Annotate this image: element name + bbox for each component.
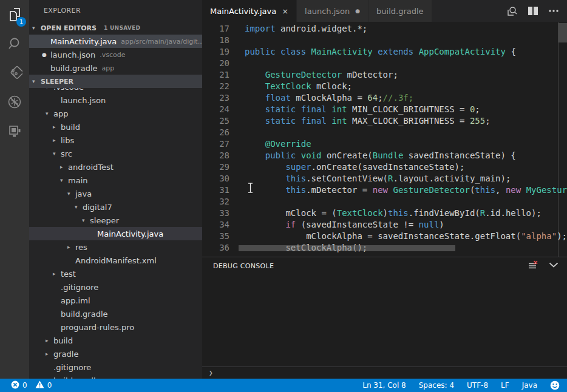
split-editor-icon[interactable] bbox=[528, 7, 538, 15]
chevron-down-icon: ▾ bbox=[32, 78, 41, 84]
code-line: 30 this.setContentView(R.layout.activity… bbox=[202, 173, 567, 184]
tree-item[interactable]: ▸res bbox=[29, 240, 202, 254]
code-text: public class MainActivity extends AppCom… bbox=[245, 46, 516, 58]
twistie-expanded-icon[interactable]: ▾ bbox=[60, 177, 68, 183]
close-panel-chevron-icon[interactable] bbox=[549, 262, 559, 268]
open-editor-item[interactable]: MainActivity.javaapp/src/main/java/digit… bbox=[29, 35, 202, 48]
tree-item-label: .gitignore bbox=[53, 363, 91, 372]
tree-item[interactable]: launch.json bbox=[29, 93, 202, 107]
twistie-collapsed-icon[interactable]: ▸ bbox=[46, 351, 53, 357]
twistie-collapsed-icon[interactable]: ▸ bbox=[53, 137, 61, 143]
debug-activity-button[interactable] bbox=[0, 87, 29, 117]
more-actions-icon[interactable] bbox=[549, 10, 559, 12]
tree-item-label: proguard-rules.pro bbox=[61, 323, 134, 332]
tree-item-label: androidTest bbox=[68, 163, 114, 172]
open-editor-item[interactable]: ●launch.json.vscode bbox=[29, 48, 202, 61]
tree-item[interactable]: ▸build bbox=[29, 120, 202, 133]
twistie-expanded-icon[interactable]: ▾ bbox=[82, 217, 90, 223]
chevron-down-icon: ▾ bbox=[32, 25, 41, 31]
twistie-expanded-icon[interactable]: ▾ bbox=[46, 110, 53, 117]
code-line: 33 mClock = (TextClock)this.findViewById… bbox=[202, 208, 567, 219]
status-item[interactable]: Java bbox=[522, 381, 537, 390]
line-number: 24 bbox=[202, 104, 229, 115]
twistie-collapsed-icon[interactable]: ▸ bbox=[46, 337, 53, 343]
tree-item[interactable]: .gitignore bbox=[29, 360, 202, 374]
tree-item[interactable]: ▸gradle bbox=[29, 347, 202, 360]
code-editor[interactable]: 17import android.widget.*;1819public cla… bbox=[202, 22, 567, 257]
tree-item[interactable]: ▾sleeper bbox=[29, 214, 202, 227]
extensions-activity-button[interactable] bbox=[0, 117, 29, 146]
code-line: 28 public void onCreate(Bundle savedInst… bbox=[202, 150, 567, 161]
tree-item[interactable]: proguard-rules.pro bbox=[29, 320, 202, 334]
status-bar-right: Ln 31, Col 8Spaces: 4UTF-8LFJava bbox=[362, 380, 567, 390]
editor-group: MainActivity.java×launch.json●build.grad… bbox=[202, 0, 567, 379]
tree-item[interactable]: ▾java bbox=[29, 187, 202, 200]
tab-bar: MainActivity.java×launch.json●build.grad… bbox=[202, 0, 567, 22]
open-editors-header[interactable]: ▾ OPEN EDITORS 1 UNSAVED bbox=[29, 21, 202, 35]
tree-item-label: gradle bbox=[53, 350, 78, 359]
tree-item-label: .gitignore bbox=[61, 283, 98, 292]
line-number: 19 bbox=[202, 46, 229, 58]
open-preview-icon[interactable] bbox=[507, 6, 517, 16]
code-line: 18 bbox=[202, 35, 567, 46]
tree-item-label: test bbox=[61, 269, 76, 279]
tree-item[interactable]: ▸libs bbox=[29, 133, 202, 147]
code-text: GestureDetector mDetector; bbox=[245, 69, 398, 81]
tab-launch.json[interactable]: launch.json● bbox=[297, 0, 368, 22]
feedback-smiley-icon[interactable] bbox=[550, 380, 560, 390]
tree-item[interactable]: MainActivity.java bbox=[29, 227, 202, 240]
tree-item[interactable]: ▾main bbox=[29, 174, 202, 187]
tree-item[interactable]: ▾src bbox=[29, 147, 202, 160]
tree-item-label: build bbox=[53, 336, 73, 345]
tree-item[interactable]: ▸build bbox=[29, 334, 202, 347]
tree-item[interactable]: .gitignore bbox=[29, 280, 202, 294]
line-number: 26 bbox=[202, 127, 229, 138]
line-number: 35 bbox=[202, 231, 229, 242]
tree-item[interactable]: build.gradle bbox=[29, 307, 202, 320]
search-activity-button[interactable] bbox=[0, 29, 29, 58]
status-item[interactable]: Spaces: 4 bbox=[419, 381, 454, 390]
debug-console-input[interactable]: ❯ bbox=[202, 367, 567, 379]
code-text: if (savedInstanceState != null) bbox=[245, 219, 444, 231]
tree-item[interactable]: AndroidManifest.xml bbox=[29, 254, 202, 267]
tree-item[interactable]: ▸test bbox=[29, 267, 202, 280]
folder-section-header[interactable]: ▾ SLEEPER bbox=[29, 75, 202, 88]
code-line: 23 float mClockAlpha = 64;//.3f; bbox=[202, 92, 567, 104]
open-editor-item[interactable]: build.gradleapp bbox=[29, 61, 202, 75]
sidebar-title: EXPLORER bbox=[44, 7, 81, 15]
tab-build.gradle[interactable]: build.gradle bbox=[368, 0, 432, 22]
tree-item[interactable]: build.gradle bbox=[29, 374, 202, 379]
close-icon[interactable]: × bbox=[282, 7, 288, 15]
open-files-badge: 1 bbox=[16, 17, 26, 27]
tree-item[interactable]: app.iml bbox=[29, 294, 202, 307]
vertical-scrollbar[interactable] bbox=[559, 23, 567, 42]
explorer-activity-button[interactable]: 1 bbox=[0, 0, 29, 29]
problems-status[interactable]: 0 0 bbox=[0, 380, 52, 391]
twistie-expanded-icon[interactable]: ▾ bbox=[75, 204, 83, 210]
tab-MainActivity.java[interactable]: MainActivity.java× bbox=[202, 0, 297, 22]
source-control-activity-button[interactable] bbox=[0, 58, 29, 87]
twistie-expanded-icon[interactable]: ▾ bbox=[67, 191, 75, 197]
panel-actions bbox=[528, 260, 559, 269]
status-item[interactable]: UTF-8 bbox=[467, 381, 488, 390]
tree-item[interactable]: ▸androidTest bbox=[29, 160, 202, 174]
twistie-collapsed-icon[interactable]: ▸ bbox=[60, 164, 68, 170]
status-bar: 0 0 Ln 31, Col 8Spaces: 4UTF-8LFJava bbox=[0, 379, 567, 392]
status-item[interactable]: Ln 31, Col 8 bbox=[362, 381, 406, 390]
tree-item[interactable]: ▾app bbox=[29, 107, 202, 120]
clear-console-icon[interactable] bbox=[528, 260, 538, 269]
open-editor-label: MainActivity.java bbox=[50, 37, 117, 46]
open-editors-label: OPEN EDITORS bbox=[41, 24, 97, 32]
panel-tab-debug-console[interactable]: DEBUG CONSOLE bbox=[213, 262, 274, 270]
twistie-collapsed-icon[interactable]: ▸ bbox=[67, 244, 75, 250]
twistie-collapsed-icon[interactable]: ▸ bbox=[53, 124, 61, 130]
code-lines: 17import android.widget.*;1819public cla… bbox=[202, 23, 567, 254]
tree-item[interactable]: ▾digital7 bbox=[29, 200, 202, 214]
code-text: TextClock mClock; bbox=[245, 81, 352, 92]
twistie-collapsed-icon[interactable]: ▸ bbox=[53, 271, 61, 277]
code-line: 17import android.widget.*; bbox=[202, 23, 567, 35]
tree-item-label: java bbox=[75, 189, 92, 198]
horizontal-scrollbar[interactable] bbox=[239, 245, 455, 251]
twistie-expanded-icon[interactable]: ▾ bbox=[53, 150, 61, 157]
status-item[interactable]: LF bbox=[501, 381, 509, 390]
